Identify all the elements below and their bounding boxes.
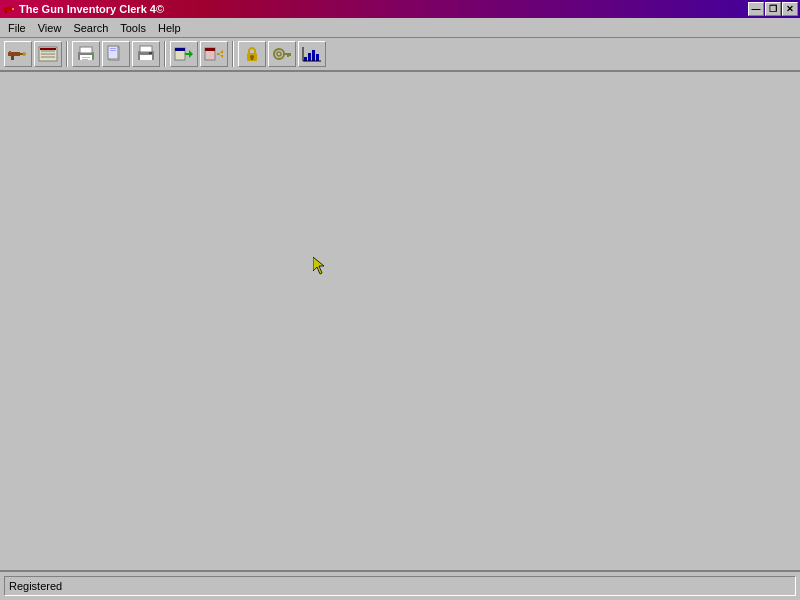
svg-marker-33 [185,50,193,58]
status-label: Registered [9,580,62,592]
title-bar-left: The Gun Inventory Clerk 4© [2,2,164,16]
toolbar-print-setup-button[interactable] [132,41,160,67]
menu-bar: File View Search Tools Help [0,18,800,38]
toolbar [0,38,800,72]
window-title: The Gun Inventory Clerk 4© [19,3,164,15]
svg-point-19 [90,53,92,55]
toolbar-gun-list-button[interactable] [34,41,62,67]
toolbar-import-button[interactable] [170,41,198,67]
svg-point-3 [12,8,14,10]
svg-rect-39 [251,57,253,60]
status-bar: Registered [0,570,800,600]
svg-rect-48 [316,54,319,61]
app-icon [2,2,16,16]
svg-rect-13 [40,48,56,50]
toolbar-sep-3 [232,41,234,67]
close-button[interactable]: ✕ [782,2,798,16]
minimize-button[interactable]: — [748,2,764,16]
svg-rect-24 [108,46,118,59]
menu-search[interactable]: Search [67,20,114,36]
svg-rect-45 [304,57,307,61]
toolbar-add-gun-button[interactable] [4,41,32,67]
svg-rect-46 [308,53,311,61]
svg-rect-2 [5,11,7,13]
title-bar: The Gun Inventory Clerk 4© — ❐ ✕ [0,0,800,18]
toolbar-export-button[interactable] [200,41,228,67]
svg-rect-26 [110,50,116,51]
menu-file[interactable]: File [2,20,32,36]
svg-point-8 [23,53,26,56]
svg-rect-47 [312,50,315,61]
svg-rect-7 [9,51,11,53]
svg-rect-28 [140,46,152,52]
toolbar-stats-button[interactable] [298,41,326,67]
svg-point-41 [277,52,281,56]
svg-rect-30 [149,52,152,54]
toolbar-key-button[interactable] [268,41,296,67]
toolbar-lock-button[interactable] [238,41,266,67]
svg-rect-32 [175,48,185,51]
svg-marker-36 [217,50,223,58]
svg-rect-25 [110,48,116,49]
svg-rect-15 [80,47,92,53]
svg-rect-35 [205,48,215,51]
svg-point-40 [274,49,284,59]
toolbar-print-button[interactable] [72,41,100,67]
svg-rect-17 [82,57,90,58]
toolbar-print-preview-button[interactable] [102,41,130,67]
mouse-cursor [313,257,325,275]
menu-view[interactable]: View [32,20,68,36]
svg-rect-29 [140,55,152,60]
menu-help[interactable]: Help [152,20,187,36]
svg-marker-51 [313,257,324,274]
menu-tools[interactable]: Tools [114,20,152,36]
restore-button[interactable]: ❐ [765,2,781,16]
svg-rect-6 [11,56,14,60]
svg-rect-18 [82,59,88,60]
svg-rect-0 [3,7,11,11]
toolbar-sep-2 [164,41,166,67]
title-buttons: — ❐ ✕ [748,2,798,16]
main-content [0,72,800,570]
toolbar-sep-1 [66,41,68,67]
status-text: Registered [4,576,796,596]
